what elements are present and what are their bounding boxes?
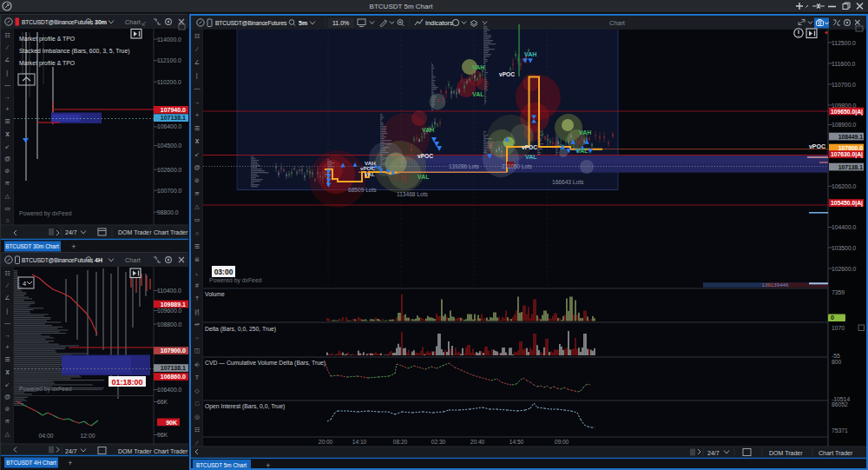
svg-text:↙: ↙ xyxy=(5,143,10,149)
svg-text:CVD — Cumulative Volume Delta: CVD — Cumulative Volume Delta (Bars, Tru… xyxy=(205,360,326,367)
svg-text:24/7: 24/7 xyxy=(65,448,77,454)
svg-text:03:00: 03:00 xyxy=(214,268,233,276)
svg-text:105450.0|A|: 105450.0|A| xyxy=(831,200,863,207)
svg-text:20:40: 20:40 xyxy=(470,439,485,445)
svg-text:BTCUSDT@BinanceFutures: BTCUSDT@BinanceFutures xyxy=(22,19,94,25)
svg-text:Indicators: Indicators xyxy=(425,19,453,27)
svg-text:▭: ▭ xyxy=(194,216,201,222)
svg-text:11.0%: 11.0% xyxy=(332,20,349,26)
svg-text:+: + xyxy=(266,461,270,468)
svg-text:@: @ xyxy=(4,394,10,400)
svg-text:110200.0: 110200.0 xyxy=(157,79,181,85)
svg-text:107630.0|A|: 107630.0|A| xyxy=(831,151,863,158)
svg-text:BTCUSDT 4H Chart: BTCUSDT 4H Chart xyxy=(6,460,56,466)
svg-text:106200.0: 106200.0 xyxy=(832,183,857,189)
svg-text:24/7: 24/7 xyxy=(707,450,720,456)
svg-text:DOM Trader: DOM Trader xyxy=(769,450,803,456)
svg-text:VAH: VAH xyxy=(524,51,536,57)
svg-text:◇: ◇ xyxy=(194,387,200,394)
svg-text:Chart: Chart xyxy=(609,19,625,27)
svg-text:@: @ xyxy=(4,156,10,162)
svg-text:107138.1: 107138.1 xyxy=(161,365,186,371)
svg-text:108800.0: 108800.0 xyxy=(157,321,182,328)
svg-text:☷: ☷ xyxy=(194,33,200,39)
svg-text:100700.0: 100700.0 xyxy=(157,188,182,194)
svg-text:110400.0: 110400.0 xyxy=(157,288,181,294)
svg-text:⌞: ⌞ xyxy=(195,269,198,275)
svg-text:102600.0: 102600.0 xyxy=(832,266,857,272)
svg-text:≣: ≣ xyxy=(194,256,200,262)
svg-text:139286 Lots: 139286 Lots xyxy=(449,163,479,169)
svg-text:04:00: 04:00 xyxy=(38,433,53,439)
svg-text:109600.0: 109600.0 xyxy=(157,308,182,314)
svg-text:≋: ≋ xyxy=(194,190,200,196)
svg-text:111600.0: 111600.0 xyxy=(832,61,856,67)
svg-text:107138.1: 107138.1 xyxy=(838,164,864,170)
svg-text:+: + xyxy=(68,459,72,467)
svg-text:800: 800 xyxy=(832,359,842,365)
svg-text:◫: ◫ xyxy=(194,348,201,354)
svg-text:09:00: 09:00 xyxy=(555,439,569,445)
svg-text:231050 Lots: 231050 Lots xyxy=(502,163,532,169)
svg-text:☰: ☰ xyxy=(194,125,200,131)
svg-text:⊘: ⊘ xyxy=(194,177,200,183)
svg-text:01:18:00: 01:18:00 xyxy=(111,378,142,387)
svg-text:112100.0: 112100.0 xyxy=(157,57,181,63)
svg-text:☰: ☰ xyxy=(194,243,200,249)
svg-text:Chart: Chart xyxy=(125,256,141,264)
svg-text:30m: 30m xyxy=(95,19,107,25)
svg-text:↙: ↙ xyxy=(5,381,10,387)
svg-text:⎆: ⎆ xyxy=(194,361,200,367)
svg-text:1070: 1070 xyxy=(832,325,845,331)
svg-text:107138.1: 107138.1 xyxy=(161,115,186,121)
svg-text:△: △ xyxy=(5,193,10,199)
svg-text:Powered by dxFeed: Powered by dxFeed xyxy=(209,277,262,284)
svg-text:113468 Lots: 113468 Lots xyxy=(397,191,429,197)
svg-text:139139446: 139139446 xyxy=(762,281,790,288)
svg-text:Chart Trader: Chart Trader xyxy=(154,229,188,235)
svg-text:Stacked Imbalance (Bars, 600,: Stacked Imbalance (Bars, 600, 3, 5, True… xyxy=(19,48,130,55)
svg-text:▭: ▭ xyxy=(4,205,10,211)
svg-text:❘: ❘ xyxy=(5,308,10,314)
svg-text:0: 0 xyxy=(831,314,834,321)
svg-text:4: 4 xyxy=(23,280,26,288)
svg-text:BTCUSDT@BinanceFutures: BTCUSDT@BinanceFutures xyxy=(22,257,94,263)
svg-text:☷: ☷ xyxy=(4,32,10,38)
svg-text:+: + xyxy=(195,112,199,118)
svg-text:114000.0: 114000.0 xyxy=(157,36,181,43)
svg-text:5m: 5m xyxy=(299,20,307,26)
svg-text:Delta (Bars, 0,0, 250, True): Delta (Bars, 0,0, 250, True) xyxy=(205,326,276,333)
svg-text:102600.0: 102600.0 xyxy=(157,167,182,173)
svg-text:∠: ∠ xyxy=(4,295,10,301)
svg-text:𝚾: 𝚾 xyxy=(5,131,10,137)
svg-text:Volume: Volume xyxy=(205,291,225,297)
svg-text:107900.0: 107900.0 xyxy=(838,145,864,151)
svg-text:☷: ☷ xyxy=(4,270,10,276)
svg-text:BTCUSDT 30m Chart: BTCUSDT 30m Chart xyxy=(5,243,59,249)
svg-text:#: # xyxy=(195,282,199,288)
svg-text:△: △ xyxy=(194,203,200,209)
svg-text:DOM Trader: DOM Trader xyxy=(118,229,152,235)
svg-text:○: ○ xyxy=(5,217,9,223)
svg-text:⌔: ⌔ xyxy=(195,334,199,341)
svg-text:→: → xyxy=(4,332,10,338)
svg-text:VAL: VAL xyxy=(418,174,430,180)
svg-text:VAL: VAL xyxy=(365,171,375,177)
svg-text:106400.0: 106400.0 xyxy=(157,387,182,393)
svg-text:BTCUSDT 5m Chart: BTCUSDT 5m Chart xyxy=(196,462,247,468)
svg-text:◎: ◎ xyxy=(194,414,200,420)
svg-text:106860.0: 106860.0 xyxy=(161,374,186,380)
svg-text:+: + xyxy=(5,344,9,350)
svg-text:𝚾: 𝚾 xyxy=(5,369,10,375)
svg-text:↫: ↫ xyxy=(194,321,200,328)
svg-text:103500.0: 103500.0 xyxy=(832,245,857,251)
svg-text:02:30: 02:30 xyxy=(431,439,446,445)
svg-text:20:00: 20:00 xyxy=(319,439,333,445)
svg-text:109889.1: 109889.1 xyxy=(161,301,186,308)
svg-text:VAH: VAH xyxy=(579,129,591,136)
svg-text:☰: ☰ xyxy=(4,118,10,124)
svg-text:⤒: ⤒ xyxy=(195,295,198,301)
svg-text:≋: ≋ xyxy=(5,180,10,186)
svg-text:T: T xyxy=(195,374,200,381)
svg-text:Chart Trader: Chart Trader xyxy=(154,448,188,454)
